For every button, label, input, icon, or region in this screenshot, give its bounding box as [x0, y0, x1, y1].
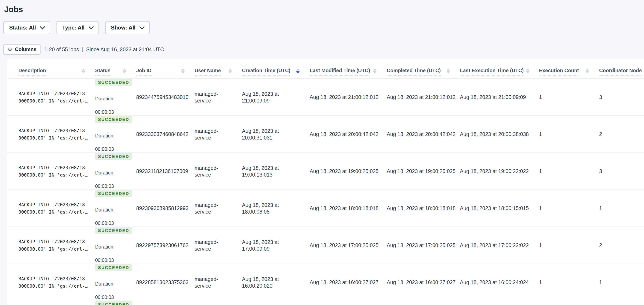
- job-description[interactable]: BACKUP INTO '/2023/08/18- 000000.00' IN …: [18, 164, 88, 179]
- coordinator-node: 2: [599, 242, 637, 248]
- duration-value: 00:00:03: [95, 257, 114, 263]
- job-id: 892321182136107009: [136, 168, 188, 174]
- job-description[interactable]: BACKUP INTO '/2023/08/18- 000000.00' IN …: [18, 238, 88, 253]
- sort-icon[interactable]: [181, 68, 185, 73]
- duration-value: 00:00:03: [95, 146, 114, 152]
- show-filter-label: Show: All: [111, 25, 136, 31]
- last-execution-time: Aug 18, 2023 at 18:00:15:015: [460, 205, 532, 211]
- column-header[interactable]: Completed Time (UTC): [386, 59, 460, 79]
- duration-label: Duration:: [95, 96, 114, 101]
- column-header-label[interactable]: Execution Count: [539, 68, 579, 76]
- table-row[interactable]: BACKUP INTO '/2023/08/18- 000000.00' IN …: [7, 116, 644, 153]
- sort-icon[interactable]: [82, 68, 85, 73]
- sort-icon[interactable]: [526, 68, 530, 73]
- page-title: Jobs: [4, 5, 644, 14]
- sort-up-icon: [296, 68, 300, 71]
- column-header[interactable]: Description: [7, 59, 95, 79]
- jobs-page: Jobs Status: All Type: All Show: All ⚙ C…: [0, 0, 644, 305]
- sort-up-icon: [82, 68, 85, 71]
- table-row[interactable]: BACKUP INTO '/2023/08/18- 000000.00' IN …: [7, 190, 644, 227]
- column-header[interactable]: Status: [95, 59, 136, 79]
- column-header[interactable]: Last Modified Time (UTC): [310, 59, 386, 79]
- sort-up-icon: [123, 68, 126, 71]
- execution-count: 1: [539, 279, 592, 285]
- creation-time: Aug 18, 2023 at 21:00:09:09: [242, 91, 303, 104]
- user-name: managed- service: [195, 91, 236, 104]
- column-header[interactable]: Execution Count: [539, 59, 599, 79]
- column-header-label[interactable]: Creation Time (UTC): [242, 68, 290, 76]
- coordinator-node: 2: [599, 131, 637, 137]
- column-header-label[interactable]: Completed Time (UTC): [386, 68, 440, 76]
- duration-label: Duration:: [95, 207, 114, 212]
- last-modified-time: Aug 18, 2023 at 21:00:12:012: [310, 94, 380, 100]
- gear-icon: ⚙: [8, 47, 12, 52]
- status-filter-dropdown[interactable]: Status: All: [3, 21, 50, 34]
- table-header-row: Description Status: [7, 59, 644, 79]
- sort-up-icon: [446, 68, 450, 71]
- job-description[interactable]: BACKUP INTO '/2023/08/18- 000000.00' IN …: [18, 275, 88, 290]
- column-header[interactable]: Creation Time (UTC): [242, 59, 310, 79]
- user-name: managed- service: [195, 165, 236, 178]
- show-filter-dropdown[interactable]: Show: All: [105, 21, 150, 34]
- table-row[interactable]: BACKUP INTO '/2023/08/18- 000000.00' IN …: [7, 79, 644, 116]
- column-header-label[interactable]: Status: [95, 68, 110, 76]
- duration-value: 00:00:03: [95, 220, 114, 226]
- execution-count: 1: [539, 131, 592, 137]
- column-header[interactable]: Job ID: [136, 59, 194, 79]
- column-header-label[interactable]: Last Execution Time (UTC): [460, 68, 524, 76]
- creation-time: Aug 18, 2023 at 17:00:09:09: [242, 239, 303, 252]
- job-description[interactable]: BACKUP INTO '/2023/08/18- 000000.00' IN …: [18, 90, 88, 105]
- sort-down-icon: [526, 71, 530, 73]
- completed-time: Aug 18, 2023 at 17:00:25:025: [386, 242, 453, 248]
- creation-time: Aug 18, 2023 at 20:00:31:031: [242, 128, 303, 141]
- sort-icon[interactable]: [373, 68, 376, 73]
- column-header[interactable]: User Name: [195, 59, 242, 79]
- column-header[interactable]: Last Execution Time (UTC): [460, 59, 539, 79]
- sort-icon[interactable]: [123, 68, 126, 73]
- job-id: 892285813023375363: [136, 279, 188, 285]
- job-description[interactable]: BACKUP INTO '/2023/08/18- 000000.00' IN …: [18, 127, 88, 142]
- sort-up-icon: [586, 68, 589, 71]
- last-modified-time: Aug 18, 2023 at 16:00:27:027: [310, 279, 380, 285]
- completed-time: Aug 18, 2023 at 18:00:18:018: [386, 205, 453, 211]
- coordinator-node: 1: [599, 279, 637, 285]
- chevron-down-icon: [88, 24, 94, 29]
- jobs-table: Description Status: [7, 59, 644, 305]
- duration-value: 00:00:03: [95, 183, 114, 189]
- column-header-label[interactable]: User Name: [195, 68, 221, 76]
- columns-button-label: Columns: [15, 47, 36, 52]
- type-filter-dropdown[interactable]: Type: All: [56, 21, 99, 34]
- coordinator-node: 3: [599, 94, 637, 100]
- column-header-label[interactable]: Job ID: [136, 68, 152, 76]
- status-badge: SUCCEEDED: [95, 190, 132, 197]
- jobs-count: 1-20 of 55 jobs: [44, 47, 79, 53]
- chevron-down-icon: [40, 24, 45, 29]
- sort-down-icon: [123, 71, 126, 73]
- job-description[interactable]: BACKUP INTO '/2023/08/18- 000000.00' IN …: [18, 201, 88, 216]
- table-row[interactable]: BACKUP INTO '/2023/08/18- 000000.00' IN …: [7, 264, 644, 301]
- sort-down-icon: [446, 71, 450, 73]
- column-header-label[interactable]: Coordinator Node: [599, 68, 642, 76]
- user-name: managed- service: [195, 239, 236, 252]
- last-execution-time: Aug 18, 2023 at 17:00:22:022: [460, 242, 532, 248]
- sort-icon[interactable]: [446, 68, 450, 73]
- sort-icon[interactable]: [586, 68, 589, 73]
- sort-icon[interactable]: [228, 68, 232, 73]
- job-id: 892297573923061762: [136, 242, 188, 248]
- table-toolbar: ⚙ Columns 1-20 of 55 jobs | Since Aug 16…: [3, 44, 644, 55]
- sort-up-icon: [373, 68, 376, 71]
- last-modified-time: Aug 18, 2023 at 17:00:25:025: [310, 242, 380, 248]
- column-header-label[interactable]: Last Modified Time (UTC): [310, 68, 370, 76]
- column-header-label[interactable]: Description: [18, 68, 46, 76]
- last-modified-time: Aug 18, 2023 at 18:00:18:018: [310, 205, 380, 211]
- columns-button[interactable]: ⚙ Columns: [3, 44, 40, 55]
- duration-label: Duration:: [95, 170, 114, 175]
- sort-up-icon: [526, 68, 530, 71]
- completed-time: Aug 18, 2023 at 19:00:25:025: [386, 168, 453, 174]
- table-row[interactable]: BACKUP INTO '/2023/08/18- 000000.00' IN …: [7, 153, 644, 190]
- table-row[interactable]: BACKUP INTO '/2023/08/18- 000000.00' IN …: [7, 301, 644, 305]
- column-header[interactable]: Coordinator Node: [599, 59, 644, 79]
- last-modified-time: Aug 18, 2023 at 19:00:25:025: [310, 168, 380, 174]
- sort-icon[interactable]: [296, 68, 300, 73]
- table-row[interactable]: BACKUP INTO '/2023/08/18- 000000.00' IN …: [7, 227, 644, 264]
